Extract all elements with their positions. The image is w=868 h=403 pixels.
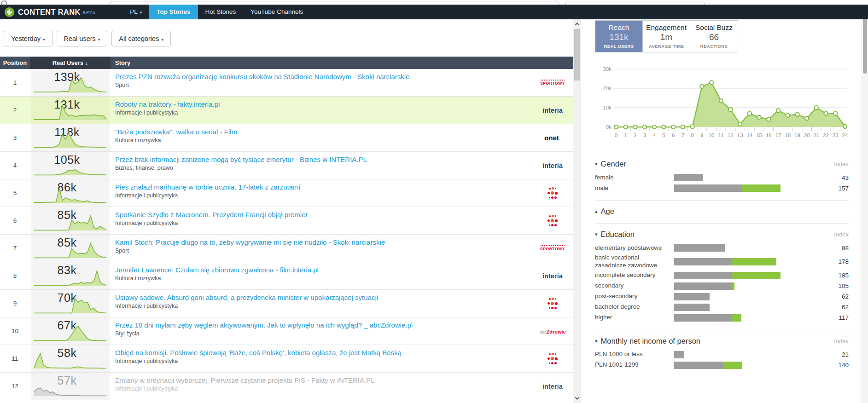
index-value: 117 [827, 314, 849, 321]
story-title-link[interactable]: "Boża podszewka": walka o serial - Film [115, 128, 532, 136]
source-logo-box: onet. [536, 124, 570, 151]
metric-tab-social-buzz[interactable]: Social Buzz66REACTIONS [690, 21, 738, 52]
hourly-reach-chart: 30k20k10k0k01234567891011121314151617181… [595, 63, 849, 145]
nav-tab-youtube-channels[interactable]: YouTube Channels [243, 5, 310, 19]
stories-pane: Yesterday▾Real users▾All categories▾ Pos… [0, 19, 573, 403]
table-row[interactable]: 685kSpotkanie Szydło z Macronem. Prezyde… [0, 207, 573, 235]
svg-text:16: 16 [766, 132, 772, 138]
story-title-link[interactable]: Zmiany w ordynacji wyborczej. Pierwsze c… [115, 376, 532, 384]
story-cell: Pies znalazł marihuanę w torbie ucznia. … [111, 179, 573, 207]
index-bar-over100 [732, 314, 741, 322]
story-title-link[interactable]: Spotkanie Szydło z Macronem. Prezydent F… [115, 211, 532, 219]
section-header-monthly-net-income-of-person[interactable]: ▾Monthly net income of personIndex [595, 337, 849, 345]
real-users-cell: 70k [30, 290, 111, 317]
column-header-story[interactable]: Story [111, 57, 573, 69]
table-row[interactable]: 2131kRoboty na traktory - fakty.interia.… [0, 97, 573, 124]
nav-tab-hot-stories[interactable]: Hot Stories [198, 5, 244, 19]
source-logo-box: interia [536, 152, 570, 179]
reach-sparkline [32, 76, 108, 95]
nav-tab-top-stories[interactable]: Top Stories [149, 5, 198, 19]
expand-triangle-icon: ▴ [595, 208, 598, 214]
index-bar [674, 272, 827, 279]
table-row[interactable]: 1139kPrezes PZN rozważa organizację konk… [0, 69, 573, 97]
table-row[interactable]: 4105kPrzez brak informacji zaniżone mogą… [0, 152, 573, 179]
sort-desc-icon: ↓ [85, 59, 88, 66]
index-bar-base [674, 304, 710, 311]
brand[interactable]: CONTENT RANK BETA [0, 5, 100, 19]
brand-beta-badge: BETA [83, 11, 96, 15]
index-column-label: Index [834, 161, 849, 167]
metric-tabs: Reach131kREAL USERSEngagement1mAVERAGE T… [595, 20, 738, 52]
index-value: 178 [827, 258, 849, 265]
section-header-gender[interactable]: ▾GenderIndex [595, 160, 849, 168]
data-point-marker [690, 125, 694, 128]
table-scrollbar[interactable] [573, 19, 581, 403]
filter-yesterday[interactable]: Yesterday▾ [4, 31, 52, 46]
table-row[interactable]: 970kUstawy sądowe. Absurd goni absurd, a… [0, 290, 573, 317]
metric-tab-engagement[interactable]: Engagement1mAVERAGE TIME [643, 21, 690, 52]
demographic-label: elementary podstawowe [595, 244, 674, 252]
page-scrollbar[interactable] [862, 0, 868, 403]
story-title-link[interactable]: Kamil Stoch: Pracuje długo na to, żeby w… [115, 238, 532, 246]
scroll-up-button[interactable] [573, 20, 581, 28]
story-title-link[interactable]: Roboty na traktory - fakty.interia.pl [115, 100, 532, 108]
index-bar-over100 [732, 272, 781, 279]
table-row[interactable]: 1257kZmiany w ordynacji wyborczej. Pierw… [0, 373, 573, 400]
svg-text:20: 20 [804, 132, 810, 138]
position-value: 5 [0, 179, 30, 207]
section-header-age[interactable]: ▴Age [595, 207, 849, 216]
index-bar [674, 174, 827, 181]
scrollbar-thumb[interactable] [574, 29, 580, 81]
real-users-cell: 118k [30, 124, 111, 151]
section-header-education[interactable]: ▾EducationIndex [595, 230, 849, 239]
story-category: Informacje i publicystyka [115, 386, 532, 392]
table-row[interactable]: 586kPies znalazł marihuanę w torbie uczn… [0, 179, 573, 207]
data-point-marker [767, 117, 770, 121]
position-value: 6 [0, 207, 30, 234]
position-value: 7 [0, 235, 30, 262]
table-row[interactable]: 785kKamil Stoch: Pracuje długo na to, że… [0, 235, 573, 262]
story-title-link[interactable]: Przez 10 dni myłam zęby węglem aktywowan… [115, 321, 532, 329]
browser-secondary-box-partial [565, 1, 705, 5]
column-header-position[interactable]: Position [0, 57, 30, 69]
demographic-label: incomplete secondary [595, 271, 674, 279]
reach-sparkline [32, 132, 108, 150]
story-title-link[interactable]: Pies znalazł marihuanę w torbie ucznia. … [115, 183, 532, 191]
story-title-link[interactable]: Prezes PZN rozważa organizację konkursu … [115, 73, 532, 81]
sportowefakty-logo: SPORTOWY [540, 245, 565, 251]
position-value: 8 [0, 262, 30, 289]
table-row[interactable]: 1158kObłęd na komisji. Posłowie śpiewają… [0, 345, 573, 373]
browser-address-bar-partial[interactable] [109, 1, 559, 5]
story-title-link[interactable]: Ustawy sądowe. Absurd goni absurd, a pre… [115, 294, 532, 301]
demographic-row: higher117 [595, 313, 849, 322]
story-title-link[interactable]: Przez brak informacji zaniżone mogą być … [115, 155, 532, 163]
real-users-cell: 86k [30, 179, 111, 207]
table-row[interactable]: 883kJennifer Lawrence: Czułam się zbioro… [0, 262, 573, 290]
source-logo-box [536, 345, 570, 372]
locale-dropdown[interactable]: PL▾ [122, 5, 149, 19]
story-category: Informacje i publicystyka [115, 303, 532, 309]
story-title-link[interactable]: Jennifer Lawrence: Czułam się zbiorowo z… [115, 266, 532, 274]
svg-text:7: 7 [682, 132, 684, 138]
table-row[interactable]: 1067kPrzez 10 dni myłam zęby węglem akty… [0, 317, 573, 345]
scroll-down-button[interactable] [573, 394, 581, 402]
story-category: Sport [115, 82, 532, 88]
real-users-cell: 105k [30, 152, 111, 179]
demographic-row: basic vocational zasadnicze zawodowe178 [595, 254, 849, 270]
svg-text:2: 2 [634, 132, 636, 138]
abczdrowie-logo: abcZdrowie [539, 327, 566, 335]
logo-text: SPORTOWY [540, 81, 565, 86]
column-header-real-users[interactable]: Real Users ↓ [30, 57, 111, 69]
story-title-link[interactable]: Obłęd na komisji. Posłowie śpiewają 'Boż… [115, 349, 532, 357]
table-row[interactable]: 3118k"Boża podszewka": walka o serial - … [0, 124, 573, 152]
real-users-cell: 85k [30, 207, 111, 234]
index-bar-over100 [732, 258, 776, 265]
data-point-marker [805, 116, 809, 120]
logo-text: SPORTOWY [540, 247, 565, 251]
filter-all-categories[interactable]: All categories▾ [111, 31, 171, 46]
metric-tab-reach[interactable]: Reach131kREAL USERS [595, 21, 643, 52]
filter-real-users[interactable]: Real users▾ [57, 31, 108, 46]
source-logo-box: interia [536, 262, 570, 289]
story-category: Informacje i publicystyka [115, 358, 532, 364]
data-point-marker [652, 125, 656, 129]
